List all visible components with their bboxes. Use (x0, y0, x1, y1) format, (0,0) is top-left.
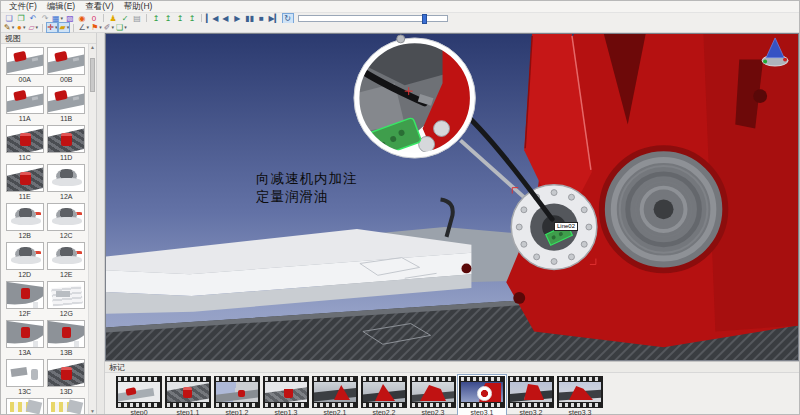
step-filmstrip-frame[interactable] (263, 376, 309, 408)
measure-tool-icon[interactable]: ∠▾ (78, 23, 89, 32)
step-thumbnail-image[interactable] (510, 382, 552, 402)
pen-tool-icon-dropdown[interactable]: ▾ (12, 23, 15, 32)
views-scrollbar-thumb[interactable] (90, 58, 95, 92)
export-up-icon-2[interactable]: ↥ (163, 14, 173, 23)
menu-item-3[interactable]: 帮助(H) (119, 1, 158, 13)
view-thumbnail-13A[interactable]: 13A (4, 320, 46, 357)
step-filmstrip-frame[interactable] (410, 376, 456, 408)
viewport-3d[interactable]: 向减速机内加注 定量润滑油 Line02 (105, 33, 799, 361)
view-thumbnail-image[interactable] (47, 164, 85, 192)
view-thumbnail-image[interactable] (6, 320, 44, 348)
scroll-down-icon[interactable]: ▼ (90, 408, 95, 414)
view-thumbnail-12D[interactable]: 12D (4, 242, 46, 279)
knife-tool-icon-dropdown[interactable]: ▾ (112, 23, 115, 32)
eraser-tool-icon[interactable]: ▱▾ (28, 23, 38, 32)
menu-item-1[interactable]: 编辑(E) (42, 1, 80, 13)
step-thumbnail-step2.2[interactable]: step2.2 (360, 375, 408, 415)
step-thumbnail-step3.2[interactable]: step3.2 (507, 375, 555, 415)
view-thumbnail-13C[interactable]: 13C (4, 359, 46, 396)
image-capture-icon[interactable]: ▧ (65, 14, 75, 23)
loop-icon[interactable]: ↻ (283, 14, 293, 23)
view-thumbnail-image[interactable] (6, 125, 44, 153)
views-scrollbar[interactable]: ▲ ▼ (88, 44, 96, 414)
view-thumbnail-11E[interactable]: 11E (4, 164, 46, 201)
stamp-tool-icon-dropdown[interactable]: ▾ (124, 23, 127, 32)
stop-icon[interactable]: ■ (256, 14, 266, 23)
timeline-slider-handle[interactable] (422, 14, 427, 24)
move-tool-icon[interactable]: ✛▾ (47, 23, 57, 32)
step-filmstrip-frame[interactable] (214, 376, 260, 408)
step-thumbnail-image[interactable] (363, 382, 405, 402)
view-thumbnail-12G[interactable]: 12G (46, 281, 88, 318)
menu-item-2[interactable]: 查看(V) (80, 1, 118, 13)
view-thumbnail-image[interactable] (6, 203, 44, 231)
view-thumbnail-12E[interactable]: 12E (46, 242, 88, 279)
export-up-icon-3[interactable]: ↥ (175, 14, 185, 23)
flag-tool-icon[interactable]: ⚑▾ (91, 23, 102, 32)
step-filmstrip-frame[interactable] (557, 376, 603, 408)
view-thumbnail-image[interactable] (47, 47, 85, 75)
step-thumbnail-step3.3[interactable]: step3.3 (556, 375, 604, 415)
color-ball-tool-icon[interactable]: ●▾ (16, 23, 26, 32)
panel-splitter[interactable] (97, 33, 105, 414)
step-thumbnail-image[interactable] (216, 382, 258, 402)
pause-icon[interactable]: ▮▮ (244, 14, 254, 23)
view-thumbnail-11C[interactable]: 11C (4, 125, 46, 162)
menu-item-0[interactable]: 文件(F) (4, 1, 42, 13)
view-thumbnail-image[interactable] (6, 398, 44, 414)
grid-page-icon[interactable]: ▤ (132, 14, 142, 23)
step-thumbnail-step2.1[interactable]: step2.1 (311, 375, 359, 415)
flag-tool-icon-dropdown[interactable]: ▾ (99, 23, 102, 32)
view-thumbnail-image[interactable] (6, 47, 44, 75)
view-thumbnail-image[interactable] (47, 320, 85, 348)
play-icon[interactable]: ▶ (232, 14, 242, 23)
view-thumbnail-image[interactable] (47, 359, 85, 387)
undo-icon[interactable]: ↶ (28, 14, 38, 23)
measure-tool-icon-dropdown[interactable]: ▾ (87, 23, 90, 32)
view-thumbnail-partial-18[interactable] (4, 398, 46, 414)
view-thumbnail-image[interactable] (47, 125, 85, 153)
view-thumbnail-partial-19[interactable] (46, 398, 88, 414)
step-thumbnail-image[interactable] (412, 382, 454, 402)
display-mode-icon-dropdown[interactable]: ▾ (61, 14, 64, 23)
step-thumbnail-image[interactable] (118, 382, 160, 402)
view-thumbnail-11A[interactable]: 11A (4, 86, 46, 123)
step-thumbnail-step2.3[interactable]: step2.3 (409, 375, 457, 415)
view-thumbnail-image[interactable] (6, 164, 44, 192)
step-filmstrip-frame[interactable] (165, 376, 211, 408)
scroll-up-icon[interactable]: ▲ (90, 44, 95, 50)
stamp-tool-icon[interactable]: ❏▾ (116, 23, 127, 32)
redo-icon[interactable]: ↷ (40, 14, 50, 23)
view-thumbnail-image[interactable] (47, 242, 85, 270)
open-file-icon[interactable]: ❏ (4, 14, 14, 23)
step-thumbnail-image[interactable] (314, 382, 356, 402)
view-thumbnail-image[interactable] (47, 86, 85, 114)
eraser-tool-icon-dropdown[interactable]: ▾ (36, 23, 39, 32)
view-thumbnail-12C[interactable]: 12C (46, 203, 88, 240)
check-page-icon[interactable]: ✓ (120, 14, 130, 23)
user-page-icon[interactable]: ♟ (108, 14, 118, 23)
view-thumbnail-image[interactable] (6, 281, 44, 309)
view-thumbnail-12B[interactable]: 12B (4, 203, 46, 240)
step-filmstrip-frame[interactable] (459, 376, 505, 408)
step-filmstrip-frame[interactable] (361, 376, 407, 408)
marker-tool-icon[interactable]: ▰▾ (59, 23, 69, 32)
view-thumbnail-image[interactable] (47, 203, 85, 231)
knife-tool-icon[interactable]: ✐▾ (104, 23, 114, 32)
view-thumbnail-00A[interactable]: 00A (4, 47, 46, 84)
view-thumbnail-13B[interactable]: 13B (46, 320, 88, 357)
step-thumbnail-step1.3[interactable]: step1.3 (262, 375, 310, 415)
pen-tool-icon[interactable]: ✎▾ (4, 23, 14, 32)
step-thumbnail-step1.1[interactable]: step1.1 (164, 375, 212, 415)
step-filmstrip-frame[interactable] (312, 376, 358, 408)
timeline-slider[interactable] (298, 15, 448, 22)
view-thumbnail-image[interactable] (47, 281, 85, 309)
marker-tool-icon-dropdown[interactable]: ▾ (67, 23, 70, 32)
step-filmstrip-frame[interactable] (508, 376, 554, 408)
step-thumbnail-step3.1[interactable]: step3.1 (458, 375, 506, 415)
view-thumbnail-image[interactable] (6, 242, 44, 270)
step-thumbnail-image[interactable] (559, 382, 601, 402)
view-thumbnail-00B[interactable]: 00B (46, 47, 88, 84)
color-ball-tool-icon-dropdown[interactable]: ▾ (23, 23, 26, 32)
view-thumbnail-image[interactable] (47, 398, 85, 414)
